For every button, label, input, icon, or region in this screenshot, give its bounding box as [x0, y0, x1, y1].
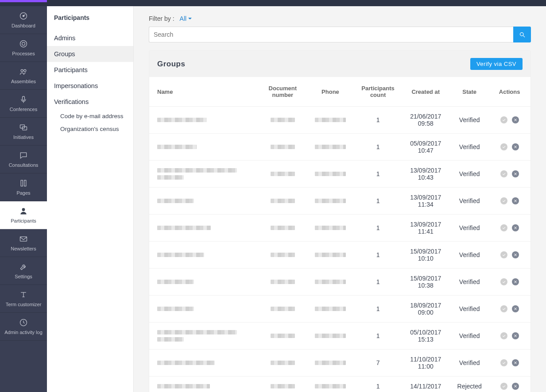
col-phone[interactable]: Phone [306, 77, 355, 107]
filter-value: All [180, 15, 187, 22]
table-row[interactable]: 113/09/201711:34Verified [149, 188, 531, 215]
subnav-item-impersonations[interactable]: Impersonations [47, 78, 133, 94]
verify-icon[interactable] [500, 383, 507, 390]
cell-created: 05/10/201715:13 [401, 323, 450, 350]
redacted-text [157, 280, 194, 284]
verify-icon[interactable] [500, 197, 507, 204]
reject-icon[interactable] [512, 224, 519, 231]
reject-icon[interactable] [512, 197, 519, 204]
nav-item-processes[interactable]: Processes [0, 34, 47, 62]
cell-created: 18/09/201709:00 [401, 296, 450, 323]
redacted-text [315, 361, 346, 365]
verify-icon[interactable] [500, 278, 507, 285]
redacted-text [315, 226, 346, 230]
redacted-text [271, 384, 295, 388]
type-icon [19, 290, 28, 300]
chat-icon [19, 151, 28, 161]
subnav-subitem[interactable]: Code by e-mail address [47, 110, 133, 123]
nav-item-settings[interactable]: Settings [0, 257, 47, 285]
filter-dropdown[interactable]: All [180, 15, 192, 22]
groups-table: Name Document number Phone Participants … [149, 77, 531, 392]
cell-count: 7 [355, 350, 401, 377]
table-row[interactable]: 115/09/201710:38Verified [149, 269, 531, 296]
table-row[interactable]: 105/09/201710:47Verified [149, 134, 531, 161]
reject-icon[interactable] [512, 383, 519, 390]
verify-icon[interactable] [500, 143, 507, 150]
table-row[interactable]: 115/09/201710:10Verified [149, 242, 531, 269]
redacted-text [271, 145, 295, 149]
nav-item-assemblies[interactable]: Assemblies [0, 62, 47, 90]
redacted-text [271, 334, 295, 338]
svg-line-17 [523, 35, 525, 37]
nav-item-initiatives[interactable]: Initiatives [0, 118, 47, 146]
table-row[interactable]: 114/11/2017Rejected [149, 377, 531, 392]
table-row[interactable]: 105/10/201715:13Verified [149, 323, 531, 350]
table-row[interactable]: 121/06/201709:58Verified [149, 107, 531, 134]
nav-item-conferences[interactable]: Conferences [0, 90, 47, 118]
reject-icon[interactable] [512, 278, 519, 285]
nav-item-label: Processes [12, 51, 35, 56]
table-row[interactable]: 118/09/201709:00Verified [149, 296, 531, 323]
nav-item-dashboard[interactable]: Dashboard [0, 6, 47, 34]
subnav-item-groups[interactable]: Groups [47, 46, 133, 62]
reject-icon[interactable] [512, 170, 519, 177]
table-row[interactable]: 113/09/201711:41Verified [149, 215, 531, 242]
verify-icon[interactable] [500, 116, 507, 123]
subnav-item-admins[interactable]: Admins [47, 30, 133, 46]
nav-item-term-customizer[interactable]: Term customizer [0, 285, 47, 313]
reject-icon[interactable] [512, 251, 519, 258]
nav-item-admin-activity-log[interactable]: Admin activity log [0, 313, 47, 341]
col-name[interactable]: Name [149, 77, 260, 107]
subnav-item-participants[interactable]: Participants [47, 62, 133, 78]
nav-item-label: Pages [16, 190, 30, 196]
reject-icon[interactable] [512, 305, 519, 312]
cell-state: Verified [450, 188, 488, 215]
reject-icon[interactable] [512, 116, 519, 123]
user-icon [19, 207, 28, 216]
filter-bar: Filter by : All [149, 15, 531, 22]
col-count[interactable]: Participants count [355, 77, 401, 107]
cell-created: 13/09/201710:43 [401, 161, 450, 188]
verify-csv-button[interactable]: Verify via CSV [470, 58, 523, 70]
verify-icon[interactable] [500, 359, 507, 366]
redacted-text [157, 168, 237, 173]
reject-icon[interactable] [512, 143, 519, 150]
nav-item-newsletters[interactable]: Newsletters [0, 229, 47, 257]
col-created[interactable]: Created at [401, 77, 450, 107]
nav-item-consultations[interactable]: Consultations [0, 146, 47, 173]
target-icon [19, 39, 28, 49]
reject-icon[interactable] [512, 332, 519, 339]
col-doc[interactable]: Document number [260, 77, 306, 107]
table-row[interactable]: 711/10/201711:00Verified [149, 350, 531, 377]
col-actions: Actions [488, 77, 531, 107]
nav-item-label: Term customizer [6, 302, 42, 307]
book-icon [19, 179, 28, 188]
cell-state: Verified [450, 107, 488, 134]
search-button[interactable] [513, 27, 531, 42]
redacted-text [157, 226, 211, 230]
subnav-item-verifications[interactable]: Verifications [47, 94, 133, 110]
subnav-subitem[interactable]: Organization's census [47, 123, 133, 135]
redacted-text [271, 307, 295, 311]
search-input[interactable] [149, 27, 513, 42]
verify-icon[interactable] [500, 170, 507, 177]
cell-created: 13/09/201711:34 [401, 188, 450, 215]
verify-icon[interactable] [500, 224, 507, 231]
people-icon [19, 67, 28, 77]
verify-icon[interactable] [500, 305, 507, 312]
mic-icon [19, 95, 28, 105]
nav-item-pages[interactable]: Pages [0, 173, 47, 201]
col-state[interactable]: State [450, 77, 488, 107]
mail-icon [19, 234, 28, 244]
cell-state: Verified [450, 296, 488, 323]
redacted-text [271, 118, 295, 122]
table-row[interactable]: 113/09/201710:43Verified [149, 161, 531, 188]
redacted-text [315, 334, 346, 338]
verify-icon[interactable] [500, 332, 507, 339]
nav-item-label: Consultations [9, 162, 39, 168]
nav-item-participants[interactable]: Participants [0, 201, 47, 229]
redacted-text [315, 307, 346, 311]
reject-icon[interactable] [512, 359, 519, 366]
search-row [149, 27, 531, 42]
verify-icon[interactable] [500, 251, 507, 258]
